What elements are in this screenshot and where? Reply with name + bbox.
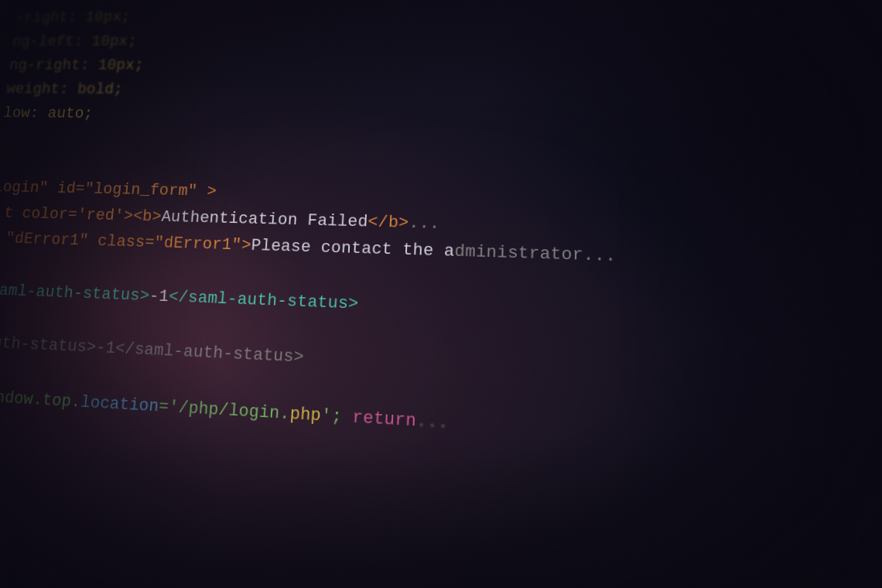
code-token: </saml-auth-status>	[168, 288, 359, 314]
code-token: ng-right: 10px;	[9, 57, 145, 74]
code-token: dministrator...	[454, 242, 616, 266]
screen: -left: 10px; -right: 10px; ng-left: 10px…	[0, 0, 882, 588]
code-token: "window.top.	[0, 387, 82, 412]
code-token: -left: 10px;	[18, 0, 125, 3]
code-token: Authentication Failed	[161, 208, 368, 231]
code-token: -right: 10px;	[15, 9, 132, 26]
code-token: <saml-auth-status>	[0, 281, 150, 306]
code-line: ng-left: 10px;	[0, 26, 808, 54]
code-token: low: auto;	[2, 105, 94, 123]
code-canvas: -left: 10px; -right: 10px; ng-left: 10px…	[0, 0, 831, 588]
code-token: t "dError1" class="dError1">	[0, 229, 252, 255]
code-token: </b>	[368, 213, 409, 232]
code-line: ng-right: 10px;	[0, 52, 808, 79]
code-token: php	[289, 404, 322, 426]
code-token: weight: bold;	[5, 81, 124, 98]
code-token: ';	[320, 406, 343, 427]
code-token: ng-left: 10px;	[12, 33, 138, 50]
code-token: return	[352, 408, 417, 432]
code-token: Please contact the a	[251, 237, 455, 262]
code-token: ...	[409, 214, 440, 233]
code-token: ...	[415, 411, 449, 433]
code-token-location: location	[80, 393, 159, 416]
code-token: ='/php/login.	[158, 397, 291, 424]
code-token: t color='red'><b>	[3, 204, 162, 226]
code-token: -1	[149, 287, 169, 306]
code-token: login" id="login_form" >	[0, 179, 217, 201]
